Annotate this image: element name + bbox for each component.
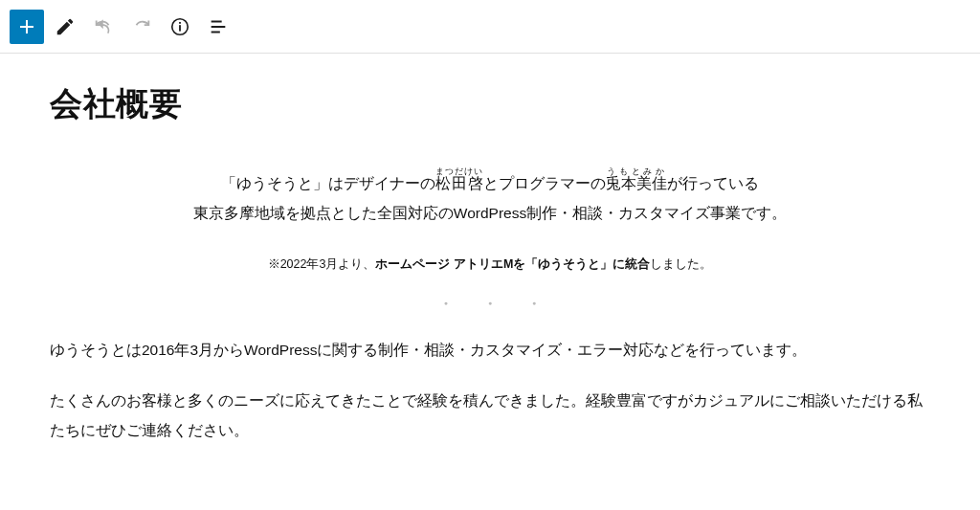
note-post: しました。 (650, 257, 712, 271)
editor-content[interactable]: 会社概要 「ゆうそうと」はデザイナーの松田啓まつだけいとプログラマーの兎本美佳う… (0, 54, 980, 445)
info-icon (169, 16, 190, 37)
name-matsuda: 松田啓まつだけい (435, 175, 482, 191)
redo-button[interactable] (124, 10, 159, 44)
separator-dots: ●●● (50, 299, 930, 306)
note-bold: ホームページ アトリエMを「ゆうそうと」に統合 (375, 257, 650, 271)
info-button[interactable] (163, 10, 197, 44)
body-paragraph-2[interactable]: たくさんのお客様と多くのニーズに応えてきたことで経験を積んできました。経験豊富で… (50, 386, 930, 445)
editor-toolbar (0, 0, 980, 54)
note-pre: ※2022年3月より、 (268, 257, 376, 271)
intro-text: が行っている (667, 175, 759, 191)
undo-button[interactable] (86, 10, 121, 44)
plus-icon (15, 15, 38, 38)
pencil-icon (55, 16, 76, 37)
intro-block[interactable]: 「ゆうそうと」はデザイナーの松田啓まつだけいとプログラマーの兎本美佳うもとみかが… (50, 166, 930, 228)
merger-note[interactable]: ※2022年3月より、ホームページ アトリエMを「ゆうそうと」に統合しました。 (50, 256, 930, 273)
page-title[interactable]: 会社概要 (50, 82, 930, 126)
redo-icon (131, 16, 152, 37)
add-block-button[interactable] (10, 10, 44, 44)
edit-mode-button[interactable] (48, 10, 82, 44)
name-umoto: 兎本美佳うもとみか (606, 175, 667, 191)
body-paragraph-1[interactable]: ゆうそうとは2016年3月からWordPressに関する制作・相談・カスタマイズ… (50, 335, 930, 365)
svg-rect-2 (179, 21, 181, 23)
intro-line2: 東京多摩地域を拠点とした全国対応のWordPress制作・相談・カスタマイズ事業… (193, 205, 787, 221)
intro-text: とプログラマーの (483, 175, 606, 191)
outline-button[interactable] (201, 10, 235, 44)
intro-text: 「ゆうそうと」はデザイナーの (221, 175, 435, 191)
svg-rect-1 (179, 25, 181, 31)
list-outline-icon (208, 16, 229, 37)
undo-icon (93, 16, 114, 37)
